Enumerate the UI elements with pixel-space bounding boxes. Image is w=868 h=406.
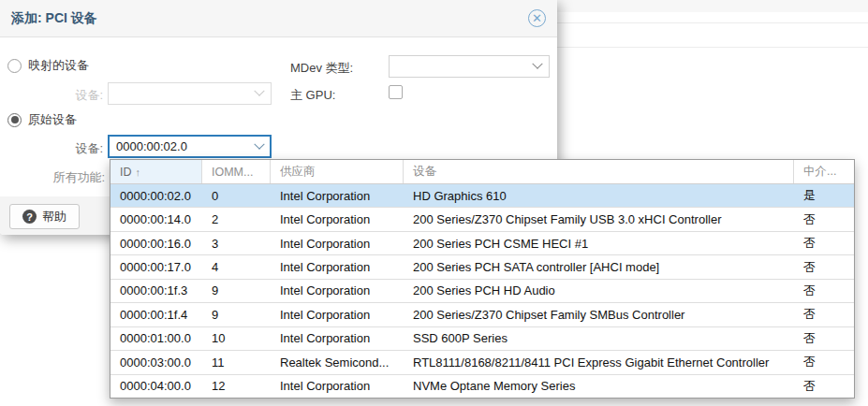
mapped-device-combo xyxy=(108,82,272,105)
cell-iommu-group: 9 xyxy=(202,280,271,302)
dialog-header: 添加: PCI 设备 ✕ xyxy=(0,0,557,37)
table-row[interactable]: 0000:00:02.0 0 Intel Corporation HD Grap… xyxy=(110,184,854,208)
cell-iommu-group: 2 xyxy=(202,208,271,230)
cell-mediated: 否 xyxy=(794,327,854,350)
primary-gpu-checkbox[interactable] xyxy=(389,85,403,99)
close-icon[interactable]: ✕ xyxy=(528,9,546,27)
chevron-down-icon[interactable] xyxy=(532,59,542,69)
cell-mediated: 否 xyxy=(794,232,854,254)
raw-device-radio[interactable]: 原始设备 xyxy=(7,111,77,128)
raw-device-combo-value: 0000:00:02.0 xyxy=(116,139,256,153)
table-row[interactable]: 0000:03:00.0 11 Realtek Semicond... RTL8… xyxy=(110,351,854,374)
column-header-label: 中介... xyxy=(803,164,836,180)
background-tab-strip xyxy=(557,0,868,12)
cell-device: NVMe Optane Memory Series xyxy=(404,375,794,398)
table-row[interactable]: 0000:00:14.0 2 Intel Corporation 200 Ser… xyxy=(110,208,854,231)
column-header-label: IOMM... xyxy=(212,166,253,179)
table-row[interactable]: 0000:01:00.0 10 Intel Corporation SSD 60… xyxy=(110,327,854,351)
column-header-mediated[interactable]: 中介... xyxy=(794,160,854,183)
cell-mediated: 否 xyxy=(794,351,854,373)
cell-id: 0000:00:17.0 xyxy=(110,255,202,278)
cell-device: RTL8111/8168/8211/8411 PCI Express Gigab… xyxy=(404,351,794,373)
mapped-device-radio-label: 映射的设备 xyxy=(28,57,89,74)
cell-iommu-group: 11 xyxy=(202,351,271,373)
cell-iommu-group: 10 xyxy=(202,327,271,350)
radio-checked-icon[interactable] xyxy=(7,113,22,127)
pci-device-picker: ID↑IOMM...供应商设备中介... 0000:00:02.0 0 Inte… xyxy=(110,159,855,399)
column-header-device[interactable]: 设备 xyxy=(404,160,794,183)
mapped-device-radio[interactable]: 映射的设备 xyxy=(7,57,89,74)
raw-device-combo[interactable]: 0000:00:02.0 xyxy=(108,135,272,158)
cell-id: 0000:00:1f.4 xyxy=(110,303,202,326)
picker-header-row: ID↑IOMM...供应商设备中介... xyxy=(110,160,854,184)
cell-id: 0000:00:1f.3 xyxy=(110,280,202,302)
primary-gpu-label: 主 GPU: xyxy=(290,87,335,104)
cell-vendor: Intel Corporation xyxy=(271,208,404,230)
cell-vendor: Realtek Semicond... xyxy=(271,351,404,373)
column-header-label: 供应商 xyxy=(280,164,316,180)
table-row[interactable]: 0000:00:16.0 3 Intel Corporation 200 Ser… xyxy=(110,232,854,255)
raw-device-radio-label: 原始设备 xyxy=(28,111,77,128)
cell-device: 200 Series PCH CSME HECI #1 xyxy=(404,232,794,254)
mapped-device-field-label: 设备: xyxy=(0,87,103,104)
cell-vendor: Intel Corporation xyxy=(271,184,404,207)
column-header-label: ID xyxy=(120,166,132,179)
cell-mediated: 否 xyxy=(794,280,854,302)
cell-vendor: Intel Corporation xyxy=(271,280,404,302)
raw-device-field-label: 设备: xyxy=(0,140,103,157)
background-row-divider xyxy=(557,47,868,48)
column-header-label: 设备 xyxy=(413,164,436,180)
cell-vendor: Intel Corporation xyxy=(271,303,404,326)
cell-id: 0000:00:02.0 xyxy=(110,184,202,207)
table-row[interactable]: 0000:04:00.0 12 Intel Corporation NVMe O… xyxy=(110,375,854,398)
cell-vendor: Intel Corporation xyxy=(271,327,404,350)
cell-id: 0000:01:00.0 xyxy=(110,327,202,350)
picker-body: 0000:00:02.0 0 Intel Corporation HD Grap… xyxy=(110,184,854,398)
dialog-title: 添加: PCI 设备 xyxy=(11,10,528,27)
cell-vendor: Intel Corporation xyxy=(271,375,404,398)
cell-id: 0000:00:14.0 xyxy=(110,208,202,230)
column-header-vendor[interactable]: 供应商 xyxy=(271,160,404,183)
cell-iommu-group: 0 xyxy=(202,184,271,207)
cell-id: 0000:00:16.0 xyxy=(110,232,202,254)
cell-iommu-group: 12 xyxy=(202,375,271,398)
cell-device: 200 Series/Z370 Chipset Family SMBus Con… xyxy=(404,303,794,326)
cell-id: 0000:04:00.0 xyxy=(110,375,202,398)
background-row-divider xyxy=(557,22,868,23)
cell-mediated: 否 xyxy=(794,375,854,398)
cell-mediated: 否 xyxy=(794,255,854,278)
mdev-type-combo[interactable] xyxy=(389,55,550,78)
table-row[interactable]: 0000:00:17.0 4 Intel Corporation 200 Ser… xyxy=(110,255,854,279)
cell-mediated: 否 xyxy=(794,303,854,326)
cell-vendor: Intel Corporation xyxy=(271,255,404,278)
cell-iommu-group: 9 xyxy=(202,303,271,326)
help-icon: ? xyxy=(22,210,37,224)
chevron-down-icon[interactable] xyxy=(254,138,264,149)
cell-iommu-group: 4 xyxy=(202,255,271,278)
help-button-label: 帮助 xyxy=(42,209,66,225)
cell-device: SSD 600P Series xyxy=(404,327,794,350)
cell-mediated: 否 xyxy=(794,208,854,230)
sort-ascending-icon: ↑ xyxy=(136,167,141,178)
all-functions-label: 所有功能: xyxy=(0,169,105,186)
column-header-id[interactable]: ID↑ xyxy=(110,160,202,183)
cell-id: 0000:03:00.0 xyxy=(110,351,202,373)
screen: 添加: PCI 设备 ✕ 映射的设备 设备: 原始设备 设备: 0000:00:… xyxy=(0,0,868,406)
help-button[interactable]: ? 帮助 xyxy=(9,204,80,229)
table-row[interactable]: 0000:00:1f.3 9 Intel Corporation 200 Ser… xyxy=(110,280,854,303)
cell-device: 200 Series PCH HD Audio xyxy=(404,280,794,302)
cell-device: HD Graphics 610 xyxy=(404,184,794,207)
cell-vendor: Intel Corporation xyxy=(271,232,404,254)
mdev-type-label: MDev 类型: xyxy=(290,60,353,77)
cell-device: 200 Series/Z370 Chipset Family USB 3.0 x… xyxy=(404,208,794,230)
column-header-iommu[interactable]: IOMM... xyxy=(202,160,271,183)
radio-unchecked-icon[interactable] xyxy=(7,59,22,73)
cell-mediated: 是 xyxy=(794,184,854,207)
chevron-down-icon xyxy=(254,86,264,96)
cell-device: 200 Series PCH SATA controller [AHCI mod… xyxy=(404,255,794,278)
cell-iommu-group: 3 xyxy=(202,232,271,254)
table-row[interactable]: 0000:00:1f.4 9 Intel Corporation 200 Ser… xyxy=(110,303,854,326)
